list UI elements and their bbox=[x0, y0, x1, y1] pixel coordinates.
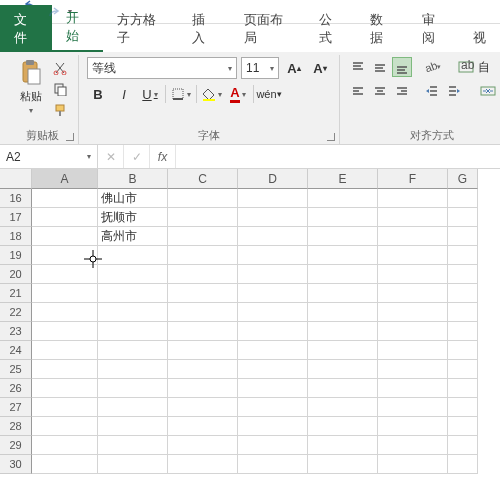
increase-font-icon[interactable]: A▴ bbox=[283, 57, 305, 79]
cell-E22[interactable] bbox=[308, 303, 378, 322]
cell-E16[interactable] bbox=[308, 189, 378, 208]
cell-B30[interactable] bbox=[98, 455, 168, 474]
row-header-26[interactable]: 26 bbox=[0, 379, 32, 398]
font-name-combo[interactable]: 等线▾ bbox=[87, 57, 237, 79]
cell-A23[interactable] bbox=[32, 322, 98, 341]
cell-F20[interactable] bbox=[378, 265, 448, 284]
cell-E20[interactable] bbox=[308, 265, 378, 284]
cell-C18[interactable] bbox=[168, 227, 238, 246]
cell-D28[interactable] bbox=[238, 417, 308, 436]
copy-icon[interactable] bbox=[50, 80, 70, 98]
cell-D26[interactable] bbox=[238, 379, 308, 398]
cell-area[interactable]: 佛山市抚顺市高州市 bbox=[32, 189, 500, 474]
cell-F28[interactable] bbox=[378, 417, 448, 436]
tab-square[interactable]: 方方格子 bbox=[103, 5, 178, 52]
italic-button[interactable]: I bbox=[113, 83, 135, 105]
cell-G17[interactable] bbox=[448, 208, 478, 227]
align-left-icon[interactable] bbox=[348, 81, 368, 101]
border-button[interactable]: ▾ bbox=[170, 83, 192, 105]
cell-G23[interactable] bbox=[448, 322, 478, 341]
cell-D22[interactable] bbox=[238, 303, 308, 322]
cell-G24[interactable] bbox=[448, 341, 478, 360]
cell-F26[interactable] bbox=[378, 379, 448, 398]
cell-F22[interactable] bbox=[378, 303, 448, 322]
cell-D19[interactable] bbox=[238, 246, 308, 265]
cell-D27[interactable] bbox=[238, 398, 308, 417]
align-top-icon[interactable] bbox=[348, 57, 368, 77]
cell-A30[interactable] bbox=[32, 455, 98, 474]
row-header-16[interactable]: 16 bbox=[0, 189, 32, 208]
cell-B22[interactable] bbox=[98, 303, 168, 322]
cell-G16[interactable] bbox=[448, 189, 478, 208]
cell-D21[interactable] bbox=[238, 284, 308, 303]
row-header-17[interactable]: 17 bbox=[0, 208, 32, 227]
cell-E18[interactable] bbox=[308, 227, 378, 246]
cell-C29[interactable] bbox=[168, 436, 238, 455]
cell-D23[interactable] bbox=[238, 322, 308, 341]
cell-G30[interactable] bbox=[448, 455, 478, 474]
col-header-G[interactable]: G bbox=[448, 169, 478, 189]
cell-B19[interactable] bbox=[98, 246, 168, 265]
row-header-23[interactable]: 23 bbox=[0, 322, 32, 341]
cell-D20[interactable] bbox=[238, 265, 308, 284]
cell-A16[interactable] bbox=[32, 189, 98, 208]
wrap-text-button[interactable]: ab自 bbox=[454, 57, 494, 77]
tab-file[interactable]: 文件 bbox=[0, 5, 52, 52]
cell-D17[interactable] bbox=[238, 208, 308, 227]
cell-G26[interactable] bbox=[448, 379, 478, 398]
cell-C24[interactable] bbox=[168, 341, 238, 360]
cell-C23[interactable] bbox=[168, 322, 238, 341]
align-middle-icon[interactable] bbox=[370, 57, 390, 77]
paste-button[interactable]: 粘贴 ▾ bbox=[14, 55, 48, 123]
phonetic-button[interactable]: wén▾ bbox=[258, 83, 280, 105]
cell-G29[interactable] bbox=[448, 436, 478, 455]
decrease-font-icon[interactable]: A▾ bbox=[309, 57, 331, 79]
increase-indent-icon[interactable] bbox=[444, 81, 464, 101]
tab-review[interactable]: 审阅 bbox=[408, 5, 460, 52]
align-center-icon[interactable] bbox=[370, 81, 390, 101]
cell-C21[interactable] bbox=[168, 284, 238, 303]
cell-E25[interactable] bbox=[308, 360, 378, 379]
cell-B28[interactable] bbox=[98, 417, 168, 436]
cell-F23[interactable] bbox=[378, 322, 448, 341]
cell-F19[interactable] bbox=[378, 246, 448, 265]
cell-A28[interactable] bbox=[32, 417, 98, 436]
row-header-29[interactable]: 29 bbox=[0, 436, 32, 455]
cell-C28[interactable] bbox=[168, 417, 238, 436]
cell-E29[interactable] bbox=[308, 436, 378, 455]
cell-F30[interactable] bbox=[378, 455, 448, 474]
row-header-24[interactable]: 24 bbox=[0, 341, 32, 360]
cell-G21[interactable] bbox=[448, 284, 478, 303]
cell-F27[interactable] bbox=[378, 398, 448, 417]
cell-A25[interactable] bbox=[32, 360, 98, 379]
col-header-F[interactable]: F bbox=[378, 169, 448, 189]
cell-F18[interactable] bbox=[378, 227, 448, 246]
cell-B20[interactable] bbox=[98, 265, 168, 284]
cell-C25[interactable] bbox=[168, 360, 238, 379]
cell-G22[interactable] bbox=[448, 303, 478, 322]
cell-B16[interactable]: 佛山市 bbox=[98, 189, 168, 208]
cell-A26[interactable] bbox=[32, 379, 98, 398]
cell-C16[interactable] bbox=[168, 189, 238, 208]
row-header-22[interactable]: 22 bbox=[0, 303, 32, 322]
name-box[interactable]: A2▾ bbox=[0, 145, 98, 168]
cell-B17[interactable]: 抚顺市 bbox=[98, 208, 168, 227]
row-header-27[interactable]: 27 bbox=[0, 398, 32, 417]
format-painter-icon[interactable] bbox=[50, 101, 70, 119]
cell-D29[interactable] bbox=[238, 436, 308, 455]
cell-G19[interactable] bbox=[448, 246, 478, 265]
tab-data[interactable]: 数据 bbox=[356, 5, 408, 52]
tab-view[interactable]: 视 bbox=[459, 23, 500, 52]
cell-G18[interactable] bbox=[448, 227, 478, 246]
cell-A17[interactable] bbox=[32, 208, 98, 227]
font-color-button[interactable]: A▾ bbox=[227, 83, 249, 105]
tab-insert[interactable]: 插入 bbox=[178, 5, 230, 52]
cell-C22[interactable] bbox=[168, 303, 238, 322]
cell-A24[interactable] bbox=[32, 341, 98, 360]
cell-C30[interactable] bbox=[168, 455, 238, 474]
cell-D25[interactable] bbox=[238, 360, 308, 379]
orientation-icon[interactable]: ab▾ bbox=[422, 57, 442, 77]
cell-A29[interactable] bbox=[32, 436, 98, 455]
col-header-E[interactable]: E bbox=[308, 169, 378, 189]
col-header-A[interactable]: A bbox=[32, 169, 98, 189]
